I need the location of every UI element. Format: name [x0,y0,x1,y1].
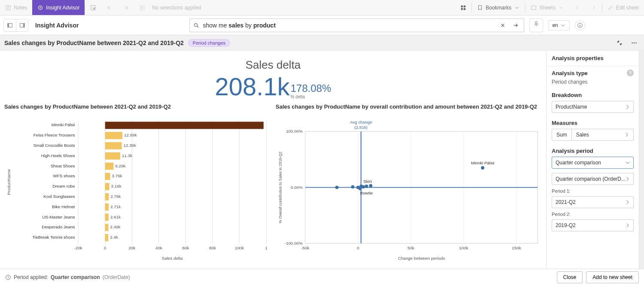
properties-panel: Analysis properties Analysis type? Perio… [546,51,639,269]
clock-icon [5,274,11,280]
svg-text:0.00%: 0.00% [291,185,303,190]
svg-point-95 [335,186,339,189]
bookmarks-button[interactable]: Bookmarks [472,0,525,15]
svg-text:Sales delta: Sales delta [162,256,183,261]
insight-advisor-button[interactable]: Insight Advisor [32,0,85,15]
svg-text:2.71k: 2.71k [110,204,121,209]
scrollbar[interactable] [639,51,644,269]
svg-text:0: 0 [104,246,106,250]
step-back-icon [106,5,112,11]
svg-rect-16 [536,21,538,24]
svg-text:ProductName: ProductName [6,169,11,195]
analysis-type-pill: Period changes [188,39,230,47]
chevron-right-icon [626,200,630,204]
period-applied-value: Quarter comparison [51,274,100,280]
measure-selector[interactable]: Sum Sales [552,129,634,141]
language-selector[interactable]: en [548,20,569,30]
panel-left-button[interactable] [4,19,16,31]
svg-text:150k: 150k [512,246,521,250]
arrow-right-icon [513,22,519,28]
analysis-title: Sales changes by ProductName between 202… [4,39,184,46]
voice-search-button[interactable] [529,18,543,32]
svg-rect-6 [461,5,463,7]
svg-text:% Overall contribution to Sale: % Overall contribution to Sales in 2019-… [278,152,283,223]
chevron-right-icon [626,105,630,109]
smart-search-button[interactable] [85,0,101,15]
clear-search-button[interactable] [498,21,507,30]
panel-right-button[interactable] [16,19,28,31]
panel-toggle [3,19,28,32]
notes-button: Notes [0,0,32,15]
analysis-type-heading: Analysis type [552,70,588,76]
svg-rect-12 [8,23,9,27]
svg-rect-14 [23,23,24,27]
breakdown-heading: Breakdown [552,92,634,98]
no-selections-label: No selections applied [150,0,206,15]
svg-point-98 [361,185,365,188]
svg-point-19 [634,42,635,43]
svg-text:2.61k: 2.61k [110,215,121,219]
collapse-button[interactable] [614,37,625,49]
svg-text:High Heels Shoes: High Heels Shoes [41,153,75,158]
note-icon [5,5,11,11]
breakdown-value: ProductName [556,104,587,110]
svg-point-15 [194,23,197,26]
search-icon [193,22,199,28]
svg-point-97 [356,186,360,189]
chevron-left-icon [574,5,580,11]
close-icon [500,22,506,28]
period1-selector[interactable]: 2021-Q2 [552,196,634,208]
period2-selector[interactable]: 2019-Q2 [552,219,634,231]
clear-selections-button [134,0,150,15]
svg-point-20 [635,42,637,43]
sheets-label: Sheets [539,5,555,11]
svg-text:Kool Sunglasses: Kool Sunglasses [43,194,75,199]
svg-text:100.00%: 100.00% [286,129,303,133]
svg-text:TieBreak Tennis shoes: TieBreak Tennis shoes [32,235,75,240]
svg-text:1: 1 [265,246,267,250]
bar-chart: Sales changes by ProductName between 202… [4,101,270,269]
svg-text:20k: 20k [128,246,135,250]
chevron-down-icon [514,5,520,11]
help-icon[interactable]: ? [627,70,634,76]
close-button[interactable]: Close [557,271,583,283]
insight-label: Insight Advisor [46,5,79,11]
notes-label: Notes [14,5,27,11]
svg-rect-54 [105,183,109,190]
svg-text:(2.81k): (2.81k) [355,125,368,130]
svg-text:12.39k: 12.39k [123,143,136,148]
lang-label: en [552,22,558,28]
bar-chart-title: Sales changes by ProductName between 202… [4,101,270,112]
svg-text:Minnki Pälsii: Minnki Pälsii [52,122,75,127]
chevron-right-icon [626,223,630,227]
svg-rect-48 [105,163,114,170]
svg-point-92 [481,166,484,170]
add-to-sheet-button[interactable]: Add to new sheet [586,271,639,283]
analysis-period-heading: Analysis period [552,148,634,154]
svg-text:-100.00%: -100.00% [285,241,303,246]
svg-point-2 [40,7,41,8]
period-type-selector[interactable]: Quarter comparison [552,157,634,169]
svg-rect-51 [105,173,110,180]
breakdown-selector[interactable]: ProductName [552,101,634,113]
footer-bar: Period applied: Quarter comparison (Orde… [0,269,644,285]
visualization-area: Sales delta 208.1k 178.08% % delta Sales… [0,51,546,269]
svg-rect-8 [461,8,463,9]
analysis-subheader: Sales changes by ProductName between 202… [0,35,644,51]
top-toolbar: Notes Insight Advisor No selections appl… [0,0,644,15]
svg-text:-20k: -20k [74,246,82,250]
more-options-button[interactable] [629,37,640,49]
submit-search-button[interactable] [511,21,520,30]
properties-title: Analysis properties [547,51,639,66]
edit-icon [608,5,614,11]
grid-button[interactable] [455,0,471,15]
search-box[interactable]: show me sales by product [189,18,524,32]
svg-text:Small Crocodile Boots: Small Crocodile Boots [33,143,75,148]
collapse-icon [617,40,623,46]
kpi-block: Sales delta 208.1k 178.08% % delta [4,54,542,101]
info-button[interactable] [575,20,585,30]
period-detail-selector[interactable]: Quarter comparison (OrderD... [552,173,634,185]
period-applied-field: (OrderDate) [103,274,130,280]
search-input[interactable]: show me sales by product [203,22,495,29]
kpi-percent-label: % delta [291,94,305,99]
